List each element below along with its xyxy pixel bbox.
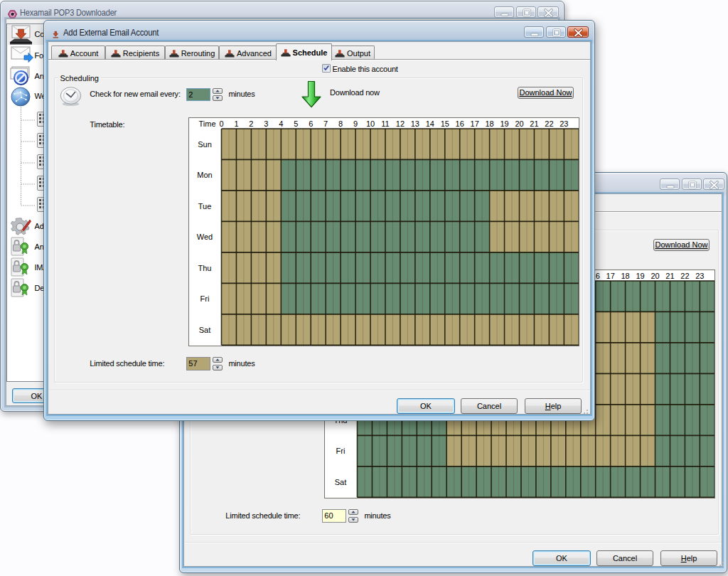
svg-text:Sat: Sat (334, 478, 346, 486)
svg-text:23: 23 (695, 272, 704, 280)
svg-text:Mon: Mon (197, 171, 212, 179)
svg-text:18: 18 (621, 272, 629, 280)
svg-text:19: 19 (636, 272, 644, 280)
svg-text:15: 15 (440, 119, 449, 128)
svg-text:19: 19 (500, 119, 508, 128)
svg-text:21: 21 (665, 272, 674, 280)
svg-text:Fri: Fri (336, 447, 345, 455)
svg-text:2: 2 (249, 119, 253, 128)
svg-text:Fri: Fri (200, 294, 209, 303)
svg-text:6: 6 (309, 119, 313, 128)
svg-text:0: 0 (219, 119, 223, 128)
svg-text:4: 4 (279, 119, 283, 128)
svg-text:1: 1 (234, 119, 238, 128)
svg-text:10: 10 (365, 119, 374, 128)
svg-text:18: 18 (485, 119, 493, 128)
svg-text:Time: Time (198, 119, 215, 128)
svg-text:22: 22 (680, 272, 689, 280)
svg-text:21: 21 (530, 119, 538, 128)
svg-text:14: 14 (425, 119, 434, 128)
svg-text:20: 20 (651, 272, 659, 280)
svg-text:8: 8 (338, 119, 343, 128)
svg-text:17: 17 (470, 119, 478, 128)
svg-text:Thu: Thu (198, 264, 211, 272)
svg-text:7: 7 (323, 119, 328, 128)
svg-text:Sun: Sun (198, 140, 212, 149)
svg-text:Sat: Sat (198, 326, 210, 334)
svg-text:12: 12 (395, 119, 404, 128)
svg-text:20: 20 (515, 119, 523, 128)
svg-text:Wed: Wed (196, 233, 212, 241)
svg-text:17: 17 (606, 272, 614, 280)
svg-text:9: 9 (353, 119, 357, 128)
svg-text:23: 23 (560, 119, 568, 128)
svg-text:Tue: Tue (198, 202, 211, 210)
svg-text:5: 5 (294, 119, 298, 128)
svg-text:22: 22 (545, 119, 553, 128)
svg-text:16: 16 (455, 119, 464, 128)
svg-text:3: 3 (264, 119, 268, 128)
svg-text:11: 11 (381, 119, 389, 128)
svg-text:13: 13 (410, 119, 419, 128)
